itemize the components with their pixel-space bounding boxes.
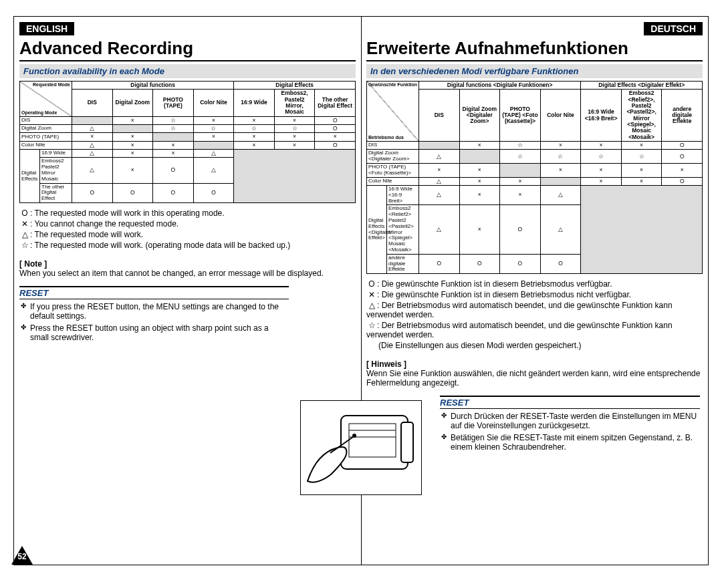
col-group1-de: Digital functions <Digitale Funktionen> <box>419 82 581 90</box>
reset-item: If you press the RESET button, the MENU … <box>30 302 289 321</box>
svg-point-8 <box>352 434 356 438</box>
col-group1-en: Digital functions <box>72 82 234 90</box>
subhead-de: In den verschiedenen Modi verfügbare Fun… <box>366 64 703 78</box>
svg-rect-3 <box>401 422 413 462</box>
note-label-de: [ Hinweis ] <box>366 359 703 369</box>
legend-en: O: The requested mode will work in this … <box>19 208 356 250</box>
note-label-en: [ Note ] <box>19 259 356 269</box>
note-text-en: When you select an item that cannot be c… <box>19 269 356 278</box>
note-text-de: Wenn Sie eine Funktion auswählen, die ni… <box>366 369 703 388</box>
reset-head-de: RESET <box>440 396 700 409</box>
reset-item: Press the RESET button using an object w… <box>30 323 289 342</box>
diag-header-de: Gewünschte Funktion Betriebsmo dus <box>367 82 419 142</box>
legend-de: O: Die gewünschte Funktion ist in diesem… <box>366 279 703 350</box>
camcorder-reset-illustration <box>300 400 422 495</box>
reset-head-en: RESET <box>19 286 289 299</box>
lang-badge-en: ENGLISH <box>19 22 74 35</box>
svg-rect-4 <box>349 424 396 457</box>
function-table-de: Gewünschte Funktion Betriebsmo dus Digit… <box>366 81 703 274</box>
page-number-badge: 52 <box>10 545 34 569</box>
diag-header-en: Requested Mode Operating Mode <box>20 82 72 117</box>
subhead-en: Function availability in each Mode <box>19 64 356 78</box>
function-table-en: Requested Mode Operating Mode Digital fu… <box>19 81 356 203</box>
title-de: Erweiterte Aufnahmefunktionen <box>366 38 703 61</box>
reset-section-en: RESET If you press the RESET button, the… <box>19 286 356 342</box>
col-group2-de: Digital Effects <Digitaler Effekt> <box>581 82 703 90</box>
title-en: Advanced Recording <box>19 38 356 61</box>
col-group2-en: Digital Effects <box>234 82 356 90</box>
lang-badge-de: DEUTSCH <box>644 22 703 35</box>
reset-item: Betätigen Sie die RESET-Taste mit einem … <box>451 433 700 452</box>
manual-page: ENGLISH Advanced Recording Function avai… <box>13 16 709 565</box>
reset-item: Durch Drücken der RESET-Taste werden die… <box>451 412 700 430</box>
